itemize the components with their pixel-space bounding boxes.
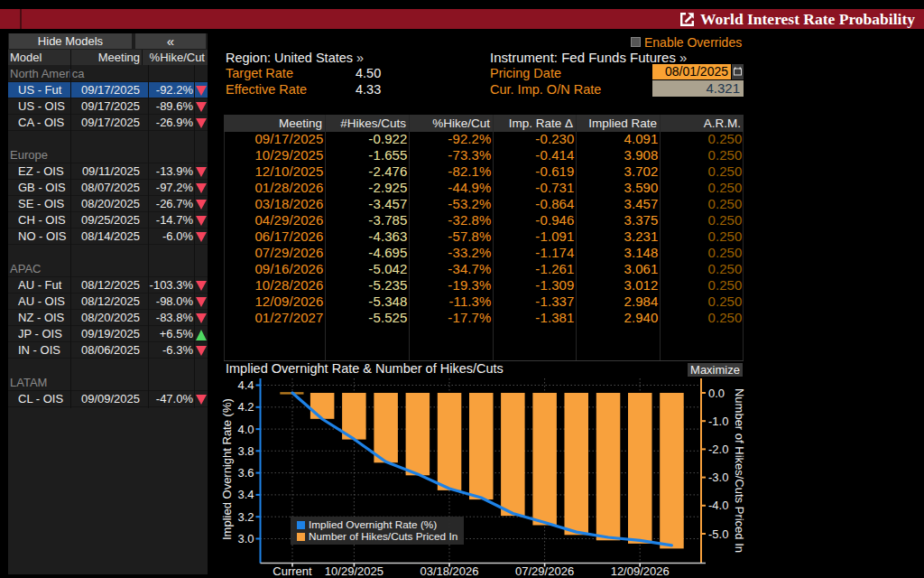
svg-text:4.2: 4.2 [237, 400, 254, 414]
svg-text:3.4: 3.4 [237, 488, 254, 501]
svg-text:4.0: 4.0 [237, 423, 254, 436]
svg-text:-2.0: -2.0 [708, 443, 728, 456]
svg-text:3.0: 3.0 [237, 532, 254, 545]
svg-text:3.2: 3.2 [237, 510, 254, 524]
svg-text:10/29/2025: 10/29/2025 [325, 564, 383, 578]
svg-text:Implied Overnight Rate (%): Implied Overnight Rate (%) [309, 518, 437, 531]
svg-text:3.6: 3.6 [237, 466, 254, 480]
svg-text:12/09/2026: 12/09/2026 [611, 564, 670, 578]
svg-text:Implied Overnight Rate (%): Implied Overnight Rate (%) [220, 398, 234, 540]
svg-text:Current: Current [273, 564, 312, 578]
svg-text:-4.0: -4.0 [708, 499, 728, 512]
svg-text:0.0: 0.0 [708, 387, 725, 400]
svg-text:03/18/2026: 03/18/2026 [420, 564, 478, 578]
svg-text:-5.0: -5.0 [708, 527, 728, 541]
svg-text:Number of Hikes/Cuts Priced In: Number of Hikes/Cuts Priced In [733, 388, 746, 553]
svg-text:Number of Hikes/Cuts Priced In: Number of Hikes/Cuts Priced In [309, 530, 457, 543]
svg-text:-1.0: -1.0 [708, 415, 728, 428]
svg-text:07/29/2026: 07/29/2026 [515, 564, 574, 578]
svg-text:3.8: 3.8 [237, 444, 254, 458]
svg-text:-3.0: -3.0 [708, 471, 728, 484]
svg-text:4.4: 4.4 [237, 378, 254, 392]
